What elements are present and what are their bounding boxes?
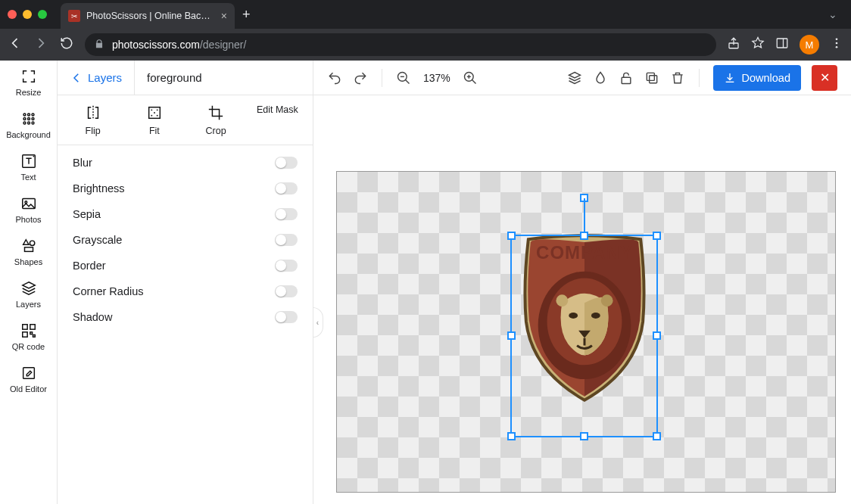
address-bar[interactable]: photoscissors.com/designer/ xyxy=(85,33,716,56)
handle-bottom-mid[interactable] xyxy=(580,432,588,440)
url-text: photoscissors.com/designer/ xyxy=(112,39,246,51)
toggle-grayscale[interactable] xyxy=(275,234,298,246)
layers-icon[interactable] xyxy=(567,70,582,86)
nav-reload-icon[interactable] xyxy=(59,36,74,53)
duplicate-icon[interactable] xyxy=(644,70,659,86)
svg-point-19 xyxy=(30,241,34,245)
svg-point-8 xyxy=(32,114,34,116)
adjust-border: Border xyxy=(58,253,313,278)
svg-rect-25 xyxy=(33,335,35,338)
tool-fit[interactable]: Fit xyxy=(132,104,177,137)
svg-rect-20 xyxy=(24,247,33,252)
profile-avatar[interactable]: M xyxy=(800,35,819,54)
svg-rect-41 xyxy=(622,77,631,83)
zoom-out-icon[interactable] xyxy=(396,70,411,86)
rail-resize[interactable]: Resize xyxy=(3,68,55,97)
handle-bottom-right[interactable] xyxy=(653,432,661,440)
svg-line-35 xyxy=(406,79,410,83)
adjust-grayscale: Grayscale xyxy=(58,227,313,253)
svg-point-6 xyxy=(23,114,26,116)
window-maximize-dot[interactable] xyxy=(38,10,47,19)
rail-layers[interactable]: Layers xyxy=(3,280,55,309)
svg-point-7 xyxy=(27,114,30,116)
canvas-stage[interactable]: ‹ xyxy=(313,95,851,504)
droplet-icon[interactable] xyxy=(593,70,608,86)
svg-rect-1 xyxy=(777,39,787,48)
favicon-icon xyxy=(68,10,80,22)
tool-flip[interactable]: Flip xyxy=(70,104,116,137)
svg-rect-43 xyxy=(647,73,654,80)
svg-point-16 xyxy=(33,156,34,157)
window-close-dot[interactable] xyxy=(8,10,17,19)
properties-panel: Layers foreground Flip Fit Crop Edit Mas… xyxy=(58,61,313,504)
adjustments-list: Blur Brightness Sepia Grayscale Border C… xyxy=(58,145,313,334)
handle-bottom-left[interactable] xyxy=(507,432,516,440)
unlock-icon[interactable] xyxy=(619,70,634,86)
svg-point-29 xyxy=(151,109,152,110)
rail-text[interactable]: Text xyxy=(3,153,55,182)
handle-top-right[interactable] xyxy=(653,232,661,240)
rail-old-editor[interactable]: Old Editor xyxy=(3,365,55,394)
zoom-level[interactable]: 137% xyxy=(423,72,450,84)
nav-back-icon[interactable] xyxy=(8,36,23,54)
rail-shapes[interactable]: Shapes xyxy=(3,238,55,266)
adjust-shadow: Shadow xyxy=(58,304,313,330)
download-button[interactable]: Download xyxy=(713,65,802,91)
window-dropdown-icon[interactable]: ⌄ xyxy=(828,8,837,20)
left-rail: Resize Background Text Photos Shapes Lay… xyxy=(0,61,58,504)
tool-edit-mask[interactable]: Edit Mask xyxy=(254,104,300,116)
browser-tab[interactable]: PhotoScissors | Online Backgr… × xyxy=(61,3,235,29)
rail-photos[interactable]: Photos xyxy=(3,195,55,224)
svg-point-14 xyxy=(32,122,34,124)
window-minimize-dot[interactable] xyxy=(23,10,32,19)
undo-icon[interactable] xyxy=(327,70,342,86)
handle-mid-left[interactable] xyxy=(507,331,516,340)
toggle-sepia[interactable] xyxy=(275,208,298,220)
rail-background[interactable]: Background xyxy=(3,110,55,139)
kebab-menu-icon[interactable] xyxy=(830,36,843,53)
share-icon[interactable] xyxy=(727,36,740,53)
adjust-sepia: Sepia xyxy=(58,201,313,227)
toggle-blur[interactable] xyxy=(275,157,298,169)
back-to-layers-button[interactable]: Layers xyxy=(58,61,135,95)
handle-top-left[interactable] xyxy=(507,232,516,240)
rail-label: Text xyxy=(20,173,36,182)
rail-label: Background xyxy=(6,130,51,139)
svg-line-38 xyxy=(472,79,475,83)
browser-toolbar: photoscissors.com/designer/ M xyxy=(0,29,851,61)
svg-point-3 xyxy=(836,38,838,40)
zoom-in-icon[interactable] xyxy=(463,70,478,86)
toggle-brightness[interactable] xyxy=(275,182,298,194)
svg-point-5 xyxy=(836,46,838,48)
canvas-area: 137% Download ✕ ‹ xyxy=(313,61,851,504)
back-to-layers-label: Layers xyxy=(88,71,122,84)
selection-box[interactable] xyxy=(510,235,658,437)
svg-point-31 xyxy=(154,112,155,114)
toggle-border[interactable] xyxy=(275,260,298,272)
panel-collapse-handle[interactable]: ‹ xyxy=(313,307,323,338)
svg-point-4 xyxy=(836,42,838,45)
side-panel-icon[interactable] xyxy=(775,36,789,53)
rail-label: Layers xyxy=(16,300,41,309)
toggle-shadow[interactable] xyxy=(275,311,298,323)
tab-close-icon[interactable]: × xyxy=(221,10,227,22)
toggle-corner-radius[interactable] xyxy=(275,285,298,297)
handle-mid-right[interactable] xyxy=(653,331,661,340)
lock-icon xyxy=(94,39,104,51)
redo-icon[interactable] xyxy=(353,70,368,86)
tool-crop[interactable]: Crop xyxy=(193,104,238,137)
handle-top-mid[interactable] xyxy=(580,232,588,240)
new-tab-button[interactable]: + xyxy=(242,7,251,23)
svg-point-33 xyxy=(157,115,158,117)
adjust-corner-radius: Corner Radius xyxy=(58,278,313,304)
bookmark-star-icon[interactable] xyxy=(751,36,765,53)
svg-rect-24 xyxy=(30,332,32,334)
trash-icon[interactable] xyxy=(670,70,685,86)
svg-rect-22 xyxy=(30,325,34,329)
close-button[interactable]: ✕ xyxy=(812,65,837,91)
layer-name: foreground xyxy=(135,71,214,84)
svg-point-11 xyxy=(32,118,34,120)
adjust-brightness: Brightness xyxy=(58,176,313,201)
rail-qrcode[interactable]: QR code xyxy=(3,322,55,351)
nav-forward-icon[interactable] xyxy=(33,36,48,54)
